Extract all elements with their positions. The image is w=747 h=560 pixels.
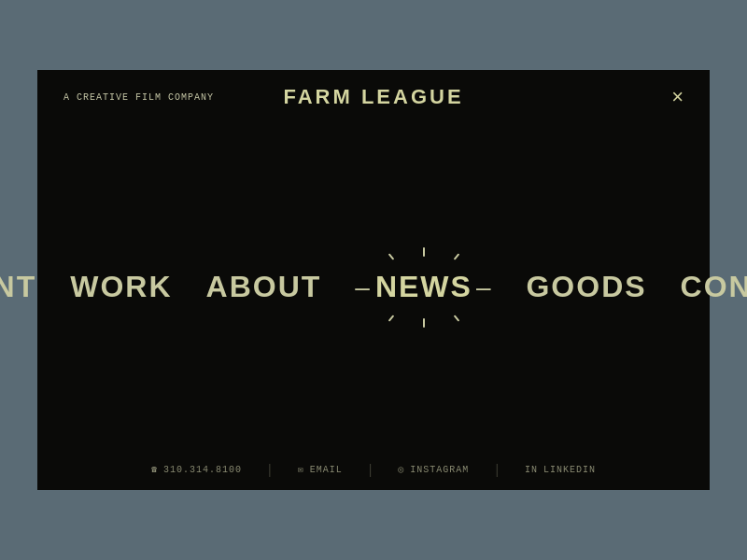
nav-item-goods[interactable]: GOODS <box>526 270 646 304</box>
nav-item-about[interactable]: ABOUT <box>206 270 322 304</box>
footer-phone[interactable]: ☎ 310.314.8100 <box>151 464 242 475</box>
instagram-icon: ◎ <box>398 464 404 475</box>
footer-sep-3: | <box>495 462 499 477</box>
tagline: A Creative Film Company <box>63 92 214 103</box>
nav-item-news[interactable]: – NEWS – <box>355 269 492 305</box>
footer-email[interactable]: ✉ EMAIL <box>298 464 343 475</box>
phone-icon: ☎ <box>151 464 158 475</box>
ray-bottom <box>423 318 425 328</box>
email-icon: ✉ <box>298 464 304 475</box>
nav-item-contact[interactable]: CONTACT <box>681 270 747 304</box>
header: A Creative Film Company Farm League × <box>37 70 710 124</box>
footer: ☎ 310.314.8100 | ✉ EMAIL | ◎ INSTAGRAM |… <box>37 449 710 490</box>
ray-top-left <box>388 253 395 259</box>
footer-sep-2: | <box>369 462 373 477</box>
news-label: NEWS <box>375 270 472 304</box>
footer-sep-1: | <box>268 462 272 477</box>
ray-top-right <box>454 253 460 259</box>
dash-left: – <box>355 273 372 302</box>
main-window: A Creative Film Company Farm League × TA… <box>37 70 710 490</box>
linkedin-icon: in <box>525 465 538 475</box>
nav-item-talent[interactable]: TALENT <box>0 270 36 304</box>
ray-top <box>423 247 425 257</box>
nav-item-work[interactable]: WORK <box>70 270 172 304</box>
footer-instagram[interactable]: ◎ INSTAGRAM <box>398 464 469 475</box>
linkedin-label: LINKEDIN <box>543 465 596 475</box>
email-label: EMAIL <box>310 465 343 475</box>
nav-menu: TALENT WORK ABOUT – NEW <box>0 269 747 305</box>
instagram-label: INSTAGRAM <box>410 465 469 475</box>
phone-number: 310.314.8100 <box>163 465 242 475</box>
ray-bottom-left <box>388 315 395 321</box>
news-dashes: – NEWS – <box>355 270 492 304</box>
nav-area: TALENT WORK ABOUT – NEW <box>37 124 710 449</box>
news-wrapper: – NEWS – <box>355 270 492 304</box>
footer-linkedin[interactable]: in LINKEDIN <box>525 465 596 475</box>
site-logo[interactable]: Farm League <box>283 85 463 109</box>
dash-right: – <box>476 273 493 302</box>
close-button[interactable]: × <box>671 87 684 107</box>
ray-bottom-right <box>454 315 460 321</box>
